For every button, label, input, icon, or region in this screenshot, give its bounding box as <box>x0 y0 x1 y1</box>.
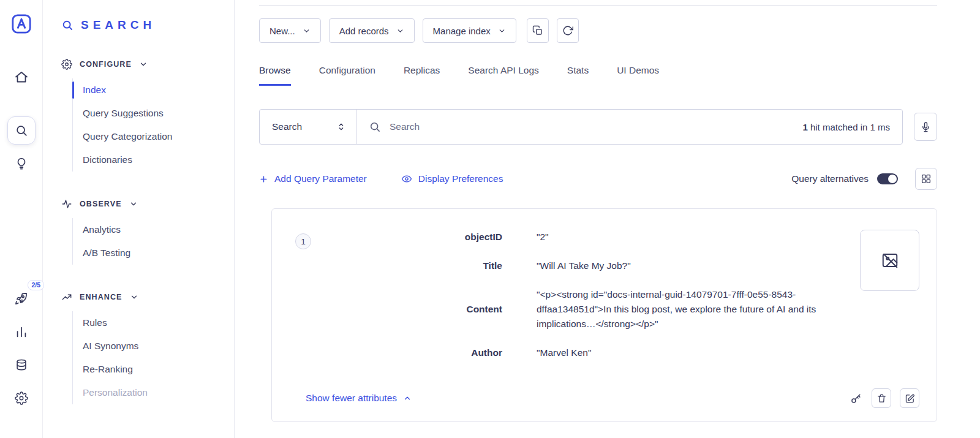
progress-badge: 2/5 <box>28 280 44 290</box>
show-fewer-label: Show fewer attributes <box>306 393 397 404</box>
search-input[interactable] <box>390 121 790 132</box>
section-configure-header[interactable]: CONFIGURE <box>61 59 234 70</box>
sort-chevrons-icon <box>336 122 346 132</box>
edit-record-button[interactable] <box>900 388 919 408</box>
field-key: Content <box>318 304 502 315</box>
search-box: Search 1 hit matched in 1 ms <box>259 109 903 145</box>
index-header-edge <box>259 0 937 6</box>
configure-gear-icon <box>61 59 72 70</box>
hit-footer: Show fewer attributes <box>295 388 919 408</box>
hit-position-badge: 1 <box>295 233 311 249</box>
field-value: "<p><strong id="docs-internal-guid-14079… <box>537 287 860 331</box>
app-rail: 2/5 <box>0 0 43 438</box>
search-product-logo[interactable]: SEARCH <box>61 18 234 32</box>
delete-record-button[interactable] <box>872 388 891 408</box>
manage-index-button[interactable]: Manage index <box>423 18 516 43</box>
sidebar-item-ab-testing[interactable]: A/B Testing <box>83 241 234 265</box>
index-tabs: Browse Configuration Replicas Search API… <box>259 65 937 86</box>
trash-icon <box>876 393 887 404</box>
sidebar-item-dictionaries[interactable]: Dictionaries <box>83 148 234 172</box>
section-enhance: ENHANCE Rules AI Synonyms Re-Ranking Per… <box>61 292 234 404</box>
observe-items: Analytics A/B Testing <box>72 218 234 265</box>
section-observe-label: OBSERVE <box>80 200 122 208</box>
hit-stats-text: hit matched in 1 ms <box>808 122 890 132</box>
section-configure: CONFIGURE Index Query Suggestions Query … <box>61 59 234 172</box>
analytics-bars-icon[interactable] <box>9 319 34 345</box>
display-preferences-link[interactable]: Display Preferences <box>401 173 503 184</box>
chevron-down-icon <box>130 293 138 301</box>
display-preferences-label: Display Preferences <box>418 173 503 184</box>
tab-stats[interactable]: Stats <box>567 65 589 86</box>
field-key: Title <box>318 260 502 271</box>
sidebar-item-ai-synonyms[interactable]: AI Synonyms <box>83 334 234 358</box>
search-row: Search 1 hit matched in 1 ms <box>259 109 937 145</box>
toggle-knob <box>888 175 897 183</box>
chevron-down-icon <box>303 27 311 35</box>
settings-gear-icon[interactable] <box>9 385 34 411</box>
search-product-icon[interactable] <box>7 116 36 145</box>
add-query-parameter-label: Add Query Parameter <box>274 173 367 184</box>
query-alternatives-label: Query alternatives <box>791 173 869 184</box>
hit-body: 1 objectID "2" Title "Will AI Take My Jo… <box>295 230 919 360</box>
voice-search-button[interactable] <box>914 113 937 141</box>
sidebar-item-index[interactable]: Index <box>83 78 234 102</box>
query-alternatives-toggle[interactable] <box>877 173 898 184</box>
edit-icon <box>905 393 915 404</box>
search-scope-label: Search <box>272 121 302 132</box>
section-observe-header[interactable]: OBSERVE <box>61 198 234 210</box>
hit-stats: 1 hit matched in 1 ms <box>802 122 902 132</box>
section-enhance-header[interactable]: ENHANCE <box>61 292 234 303</box>
tab-ui-demos[interactable]: UI Demos <box>617 65 659 86</box>
main-content: New... Add records Manage index Browse C… <box>235 0 980 438</box>
copy-index-button[interactable] <box>527 18 549 43</box>
sidebar-item-re-ranking[interactable]: Re-Ranking <box>83 358 234 381</box>
plus-icon <box>259 175 268 184</box>
chevron-down-icon <box>396 27 404 35</box>
chevron-up-icon <box>403 394 412 402</box>
layout-grid-button[interactable] <box>915 168 937 190</box>
new-index-button[interactable]: New... <box>259 18 321 43</box>
grid-icon <box>921 173 932 184</box>
sidebar-item-query-categorization[interactable]: Query Categorization <box>83 125 234 148</box>
microphone-icon <box>920 121 932 133</box>
tab-configuration[interactable]: Configuration <box>319 65 375 86</box>
index-toolbar: New... Add records Manage index <box>259 18 937 43</box>
add-records-label: Add records <box>339 26 389 36</box>
data-sources-icon[interactable] <box>9 352 34 378</box>
sidebar-item-query-suggestions[interactable]: Query Suggestions <box>83 102 234 125</box>
sidebar-item-personalization[interactable]: Personalization <box>83 381 234 404</box>
section-configure-label: CONFIGURE <box>80 60 132 69</box>
field-value: "Marvel Ken" <box>537 345 591 360</box>
api-key-icon[interactable] <box>850 393 862 404</box>
manage-index-label: Manage index <box>433 26 491 36</box>
algolia-logo-icon[interactable] <box>11 13 32 34</box>
add-query-parameter-link[interactable]: Add Query Parameter <box>259 173 367 184</box>
search-scope-selector[interactable]: Search <box>260 110 356 144</box>
rail-bottom-group: 2/5 <box>8 285 34 411</box>
add-records-button[interactable]: Add records <box>329 18 415 43</box>
field-key: objectID <box>318 232 502 243</box>
getting-started-rocket-icon[interactable]: 2/5 <box>8 285 34 312</box>
refresh-index-button[interactable] <box>557 18 579 43</box>
image-placeholder <box>860 230 919 291</box>
sidebar-item-analytics[interactable]: Analytics <box>83 218 234 241</box>
hit-card: 1 objectID "2" Title "Will AI Take My Jo… <box>271 208 937 422</box>
pulse-icon <box>61 198 72 210</box>
trend-up-icon <box>61 292 72 303</box>
product-sidebar: SEARCH CONFIGURE Index Query Suggestions… <box>43 0 235 438</box>
sidebar-item-rules[interactable]: Rules <box>83 311 234 334</box>
tab-browse[interactable]: Browse <box>259 65 291 86</box>
chevron-down-icon <box>129 200 138 208</box>
recommend-icon[interactable] <box>9 151 34 176</box>
section-observe: OBSERVE Analytics A/B Testing <box>61 198 234 265</box>
copy-icon <box>532 25 543 36</box>
chevron-down-icon <box>498 27 506 35</box>
hit-fields: objectID "2" Title "Will AI Take My Job?… <box>318 230 860 360</box>
new-index-label: New... <box>270 26 295 36</box>
home-icon[interactable] <box>8 64 35 91</box>
tab-replicas[interactable]: Replicas <box>404 65 440 86</box>
enhance-items: Rules AI Synonyms Re-Ranking Personaliza… <box>72 311 234 404</box>
refresh-icon <box>562 25 573 36</box>
tab-search-api-logs[interactable]: Search API Logs <box>468 65 538 86</box>
show-fewer-attributes-link[interactable]: Show fewer attributes <box>306 393 412 404</box>
